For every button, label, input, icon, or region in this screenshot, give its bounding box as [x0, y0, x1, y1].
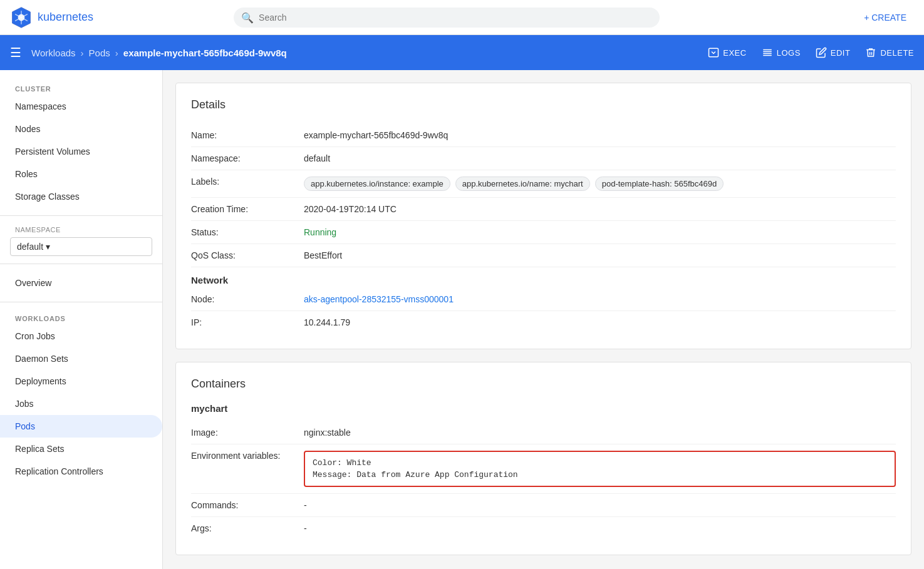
search-icon: 🔍 [241, 11, 254, 23]
label-chip-0: app.kubernetes.io/instance: example [304, 177, 450, 191]
details-creation-row: Creation Time: 2020-04-19T20:14 UTC [191, 198, 896, 221]
sidebar-item-nodes[interactable]: Nodes [0, 118, 162, 140]
creation-time-value: 2020-04-19T20:14 UTC [304, 204, 896, 214]
details-ip-row: IP: 10.244.1.79 [191, 311, 896, 334]
image-label: Image: [191, 428, 304, 438]
top-bar: kubernetes 🔍 + CREATE [0, 0, 924, 35]
env-vars-row: Environment variables: Color: White Mess… [191, 444, 896, 494]
image-row: Image: nginx:stable [191, 421, 896, 444]
containers-title: Containers [191, 377, 896, 391]
label-chip-2: pod-template-hash: 565fbc469d [595, 177, 724, 191]
exec-icon [708, 47, 719, 58]
chevron-down-icon: ▾ [46, 242, 50, 252]
labels-value: app.kubernetes.io/instance: example app.… [304, 177, 896, 191]
breadcrumb-pods[interactable]: Pods [89, 48, 110, 58]
creation-time-label: Creation Time: [191, 204, 304, 214]
namespace-field-label: Namespace: [191, 153, 304, 163]
container-name: mychart [191, 403, 896, 414]
labels-container: app.kubernetes.io/instance: example app.… [304, 177, 896, 191]
sidebar-item-persistent-volumes[interactable]: Persistent Volumes [0, 140, 162, 163]
sidebar-divider-3 [0, 302, 162, 302]
args-label: Args: [191, 523, 304, 533]
breadcrumb-sep-2: › [115, 48, 118, 58]
status-value: Running [304, 227, 896, 237]
args-value: - [304, 523, 896, 533]
details-labels-row: Labels: app.kubernetes.io/instance: exam… [191, 170, 896, 198]
logo-area: kubernetes [10, 6, 135, 29]
namespace-field-value: default [304, 153, 896, 163]
label-chip-1: app.kubernetes.io/name: mychart [455, 177, 590, 191]
node-value[interactable]: aks-agentpool-28532155-vmss000001 [304, 294, 896, 304]
delete-button[interactable]: DELETE [865, 44, 914, 61]
ip-label: IP: [191, 317, 304, 327]
name-value: example-mychart-565fbc469d-9wv8q [304, 130, 896, 140]
sidebar-item-jobs[interactable]: Jobs [0, 392, 162, 415]
exec-button[interactable]: EXEC [708, 44, 746, 61]
sidebar-item-replication-controllers[interactable]: Replication Controllers [0, 460, 162, 483]
sidebar-item-daemon-sets[interactable]: Daemon Sets [0, 347, 162, 370]
edit-icon [816, 47, 827, 58]
workloads-section-title: Workloads [0, 310, 162, 325]
sidebar-item-deployments[interactable]: Deployments [0, 370, 162, 392]
args-row: Args: - [191, 517, 896, 540]
sidebar-item-replica-sets[interactable]: Replica Sets [0, 438, 162, 460]
sidebar-item-storage-classes[interactable]: Storage Classes [0, 185, 162, 208]
hamburger-icon[interactable]: ☰ [10, 45, 21, 60]
search-input[interactable] [234, 8, 660, 28]
sidebar-item-pods[interactable]: Pods [0, 415, 162, 438]
network-header: Network [191, 267, 896, 288]
namespace-label: Namespace [0, 223, 162, 235]
sidebar-item-namespaces[interactable]: Namespaces [0, 95, 162, 118]
breadcrumb-workloads[interactable]: Workloads [31, 48, 76, 58]
main-content: Details Name: example-mychart-565fbc469d… [163, 70, 924, 569]
layout: Cluster Namespaces Nodes Persistent Volu… [0, 70, 924, 569]
env-vars-highlighted: Color: White Message: Data from Azure Ap… [304, 451, 896, 487]
commands-label: Commands: [191, 500, 304, 510]
status-label: Status: [191, 227, 304, 237]
details-node-row: Node: aks-agentpool-28532155-vmss000001 [191, 288, 896, 311]
ip-value: 10.244.1.79 [304, 317, 896, 327]
name-label: Name: [191, 130, 304, 140]
details-title: Details [191, 98, 896, 111]
logs-button[interactable]: LOGS [762, 44, 801, 61]
edit-button[interactable]: EDIT [816, 44, 851, 61]
qos-label: QoS Class: [191, 250, 304, 260]
create-button[interactable]: + CREATE [856, 8, 914, 28]
breadcrumb-current: example-mychart-565fbc469d-9wv8q [123, 48, 287, 58]
app-title: kubernetes [38, 11, 93, 24]
env-var-1: Message: Data from Azure App Configurati… [313, 469, 887, 481]
breadcrumb-bar: ☰ Workloads › Pods › example-mychart-565… [0, 35, 924, 70]
env-label: Environment variables: [191, 451, 304, 461]
labels-label: Labels: [191, 177, 304, 187]
containers-card: Containers mychart Image: nginx:stable E… [175, 362, 911, 555]
commands-value: - [304, 500, 896, 510]
breadcrumb-sep-1: › [81, 48, 84, 58]
details-card: Details Name: example-mychart-565fbc469d… [175, 83, 911, 349]
sidebar-item-overview[interactable]: Overview [0, 272, 162, 294]
logs-icon [762, 47, 773, 58]
details-qos-row: QoS Class: BestEffort [191, 244, 896, 267]
env-var-0: Color: White [313, 457, 887, 469]
sidebar-item-roles[interactable]: Roles [0, 163, 162, 185]
qos-value: BestEffort [304, 250, 896, 260]
sidebar-divider-1 [0, 215, 162, 216]
namespace-select[interactable]: default ▾ [10, 237, 152, 256]
sidebar-divider-2 [0, 264, 162, 264]
commands-row: Commands: - [191, 494, 896, 517]
kubernetes-logo-icon [10, 6, 33, 29]
cluster-section-title: Cluster [0, 80, 162, 95]
image-value: nginx:stable [304, 428, 896, 438]
details-status-row: Status: Running [191, 221, 896, 244]
svg-rect-6 [709, 48, 719, 57]
sidebar: Cluster Namespaces Nodes Persistent Volu… [0, 70, 163, 569]
delete-icon [865, 47, 876, 58]
sidebar-item-cron-jobs[interactable]: Cron Jobs [0, 325, 162, 347]
breadcrumb-actions: EXEC LOGS EDIT DELETE [708, 44, 914, 61]
search-bar-container: 🔍 [234, 8, 660, 28]
details-namespace-row: Namespace: default [191, 147, 896, 170]
env-vars-value: Color: White Message: Data from Azure Ap… [304, 451, 896, 487]
node-label: Node: [191, 294, 304, 304]
details-name-row: Name: example-mychart-565fbc469d-9wv8q [191, 124, 896, 147]
breadcrumb: Workloads › Pods › example-mychart-565fb… [31, 48, 708, 58]
